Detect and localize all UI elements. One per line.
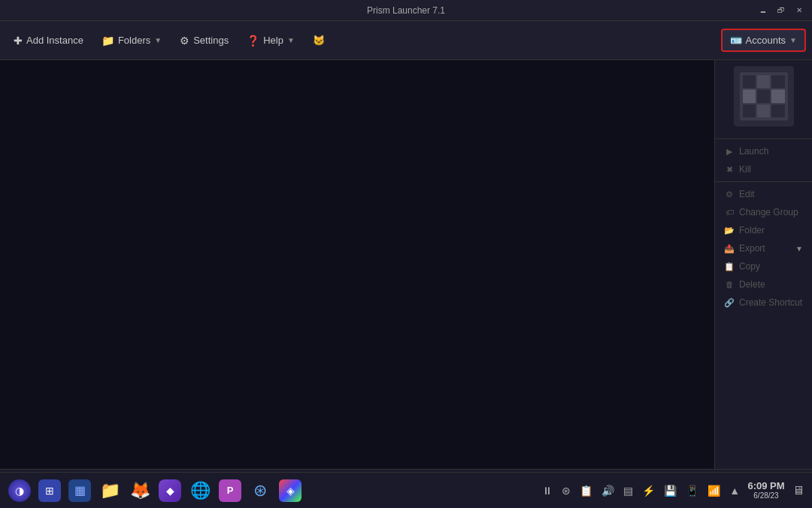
mintmenu-icon: ⊞ [38, 479, 61, 502]
taskbar-icon-firefox[interactable]: 🦊 [126, 477, 153, 504]
edit-icon: ⚙ [724, 190, 735, 199]
chrome-icon: 🌐 [190, 481, 211, 500]
phone-icon[interactable]: 📱 [684, 483, 700, 498]
obsidian-icon: ◆ [159, 479, 181, 502]
taskbar-icon-hypnotix[interactable]: ◑ [6, 477, 33, 504]
hypnotix-icon: ◑ [8, 479, 31, 502]
folder-icon: 📁 [102, 35, 114, 47]
close-button[interactable]: ✕ [792, 4, 806, 17]
clock-date: 6/28/23 [753, 491, 778, 500]
taskbar-icon-prismlauncher[interactable]: ◈ [277, 477, 304, 504]
icon-cell [743, 75, 756, 88]
kill-icon: ✖ [724, 165, 735, 175]
play-icon: ▶ [724, 147, 735, 157]
add-instance-button[interactable]: ✚ Add Instance [6, 30, 91, 51]
instance-area [0, 60, 714, 469]
export-chevron-icon: ▼ [795, 245, 803, 253]
taskbar-icon-steam[interactable]: ⊛ [247, 477, 274, 504]
minimize-button[interactable]: 🗕 [756, 4, 770, 17]
accounts-button[interactable]: 🪪 Accounts ▼ [721, 29, 806, 52]
bluetooth-icon[interactable]: ⚡ [641, 483, 656, 498]
usb-icon[interactable]: 💾 [662, 483, 678, 498]
toolbar: ✚ Add Instance 📁 Folders ▼ ⚙ Settings ❓ … [0, 21, 812, 60]
help-chevron-icon: ▼ [287, 36, 295, 44]
cat-icon: 🐱 [313, 35, 325, 46]
icon-cell [757, 75, 770, 88]
show-desktop-icon[interactable]: 🖥 [791, 482, 806, 499]
purpur-icon: P [219, 479, 241, 502]
icon-cell [743, 90, 756, 102]
copy-button[interactable]: 📋 Copy [715, 257, 812, 275]
taskbar-icon-mintmenu[interactable]: ⊞ [36, 477, 63, 504]
folders-chevron-icon: ▼ [154, 36, 162, 44]
add-icon: ✚ [14, 35, 23, 47]
icon-cell [771, 75, 784, 88]
sidebar-divider [715, 138, 812, 139]
clock-time: 6:09 PM [747, 480, 784, 492]
export-button[interactable]: 📤 Export ▼ [715, 239, 812, 257]
folder-button[interactable]: 📂 Folder [715, 221, 812, 239]
app-title: Prism Launcher 7.1 [367, 5, 445, 16]
accounts-chevron-icon: ▼ [789, 36, 797, 44]
icon-cell [743, 105, 756, 117]
clock[interactable]: 6:09 PM 6/28/23 [747, 480, 785, 501]
accounts-icon: 🪪 [730, 35, 742, 46]
copy-icon: 📋 [724, 262, 735, 272]
taskbar-right: ⏸ ⊛ 📋 🔊 ▤ ⚡ 💾 📱 📶 ▲ 6:09 PM 6/28/23 🖥 [541, 480, 806, 501]
taskbar-icon-taskbar[interactable]: ▦ [66, 477, 93, 504]
wifi-icon[interactable]: 📶 [706, 483, 722, 498]
taskbar-icon-chrome[interactable]: 🌐 [186, 477, 214, 504]
main-area: ▶ Launch ✖ Kill ⚙ Edit 🏷 Change Group 📂 … [0, 60, 812, 469]
pause-icon[interactable]: ⏸ [541, 483, 554, 498]
prism-icon: ◈ [279, 479, 301, 502]
instance-icon-inner [740, 72, 788, 120]
window-controls: 🗕 🗗 ✕ [756, 0, 806, 20]
icon-cell [771, 105, 784, 117]
steam-tray-icon[interactable]: ⊛ [560, 483, 572, 498]
taskbar-icon-obsidian[interactable]: ◆ [156, 477, 183, 504]
help-icon: ❓ [247, 35, 259, 47]
title-bar: Prism Launcher 7.1 🗕 🗗 ✕ [0, 0, 812, 21]
kill-button[interactable]: ✖ Kill [715, 160, 812, 178]
restore-button[interactable]: 🗗 [774, 4, 788, 17]
icon-cell [757, 105, 770, 117]
gear-icon: ⚙ [180, 35, 189, 47]
icon-cell [771, 90, 784, 102]
create-shortcut-button[interactable]: 🔗 Create Shortcut [715, 294, 812, 312]
notes-icon[interactable]: 📋 [578, 483, 594, 498]
trash-icon: 🗑 [724, 280, 735, 289]
launch-button[interactable]: ▶ Launch [715, 142, 812, 160]
tag-icon: 🏷 [724, 208, 735, 217]
edit-button[interactable]: ⚙ Edit [715, 185, 812, 203]
volume-icon[interactable]: 🔊 [600, 483, 616, 498]
folder-open-icon: 📂 [724, 226, 735, 236]
cat-button[interactable]: 🐱 [305, 30, 332, 50]
shortcut-icon: 🔗 [724, 298, 735, 308]
change-group-button[interactable]: 🏷 Change Group [715, 203, 812, 221]
taskbar-icon-purpur[interactable]: P [217, 477, 244, 504]
folders-button[interactable]: 📁 Folders ▼ [94, 30, 169, 51]
files-icon: 📁 [100, 481, 120, 500]
export-icon: 📤 [724, 244, 735, 254]
sidebar-divider [715, 181, 812, 182]
firefox-icon: 🦊 [130, 481, 150, 500]
tray-chevron-icon[interactable]: ▲ [728, 483, 741, 498]
battery-icon[interactable]: ▤ [622, 483, 635, 498]
steam-icon: ⊛ [253, 481, 267, 500]
delete-button[interactable]: 🗑 Delete [715, 275, 812, 294]
taskbar-icon-icon: ▦ [68, 479, 91, 502]
right-sidebar: ▶ Launch ✖ Kill ⚙ Edit 🏷 Change Group 📂 … [714, 60, 812, 469]
taskbar: ◑ ⊞ ▦ 📁 🦊 ◆ 🌐 P ⊛ ◈ ⏸ ⊛ 📋 🔊 ▤ ⚡ 💾 📱 📶 ▲ [0, 472, 812, 508]
instance-icon [734, 66, 794, 126]
icon-cell [757, 90, 770, 102]
settings-button[interactable]: ⚙ Settings [172, 30, 236, 51]
help-button[interactable]: ❓ Help ▼ [239, 30, 302, 51]
taskbar-icon-files[interactable]: 📁 [96, 477, 123, 504]
